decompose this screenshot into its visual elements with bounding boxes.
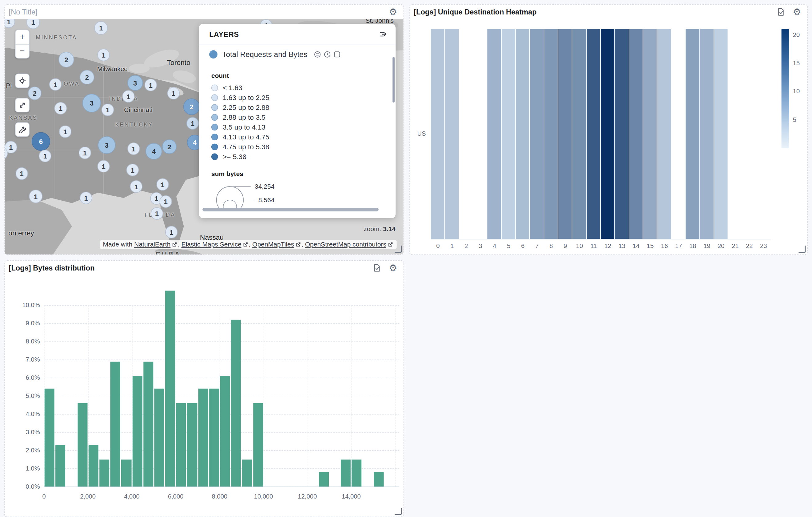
map-cluster[interactable]: 1: [151, 207, 163, 219]
histogram-bar[interactable]: [88, 445, 98, 487]
map-cluster[interactable]: 1: [130, 180, 142, 193]
histogram-bar[interactable]: [132, 376, 142, 487]
heatmap-cell[interactable]: [601, 29, 614, 239]
fit-to-data-button[interactable]: [15, 74, 30, 88]
histogram-bar[interactable]: [374, 472, 383, 487]
map-cluster[interactable]: 1: [156, 178, 169, 190]
zoom-out-button[interactable]: −: [15, 44, 30, 58]
histogram-bar[interactable]: [352, 459, 362, 487]
histogram-bar[interactable]: [154, 389, 164, 487]
attribution-link[interactable]: NaturalEarth: [134, 241, 170, 248]
heatmap-cell[interactable]: [671, 29, 685, 239]
map-cluster[interactable]: 2: [80, 70, 94, 84]
histogram-bar[interactable]: [99, 459, 109, 487]
heatmap-cell[interactable]: [700, 29, 713, 239]
heatmap-cell[interactable]: [473, 29, 487, 239]
map-cluster[interactable]: 1: [186, 117, 199, 130]
layer-aggregation-icon[interactable]: [314, 51, 321, 58]
heatmap-cell[interactable]: [459, 29, 473, 239]
histogram-bar[interactable]: [253, 403, 263, 487]
layer-checkbox-icon[interactable]: [334, 51, 341, 58]
histogram-bar[interactable]: [176, 403, 186, 487]
map-cluster[interactable]: 1: [29, 190, 42, 203]
heatmap-cell[interactable]: [657, 29, 671, 239]
expand-map-button[interactable]: [15, 98, 30, 112]
histogram-bar[interactable]: [78, 403, 87, 487]
heatmap-cell[interactable]: [431, 29, 444, 239]
map-cluster[interactable]: 1: [160, 195, 172, 208]
heatmap-cell[interactable]: [558, 29, 572, 239]
attribution-link[interactable]: OpenStreetMap contributors: [305, 241, 386, 248]
histogram-bar[interactable]: [187, 403, 197, 487]
map-cluster[interactable]: 1: [145, 79, 157, 91]
heatmap-cell[interactable]: [728, 29, 742, 239]
histogram-bar[interactable]: [242, 459, 252, 487]
save-to-library-icon[interactable]: [777, 8, 785, 16]
map-cluster[interactable]: 1: [126, 164, 139, 176]
map-cluster[interactable]: 1: [54, 102, 67, 114]
panel-resize-handle[interactable]: [395, 508, 402, 515]
attribution-link[interactable]: Elastic Maps Service: [181, 241, 241, 248]
map-cluster[interactable]: 1: [79, 146, 91, 159]
heatmap-cell[interactable]: [615, 29, 628, 239]
map-cluster[interactable]: 4: [145, 143, 162, 160]
save-to-library-icon[interactable]: [373, 264, 381, 272]
map-cluster[interactable]: 1: [59, 125, 71, 138]
heatmap-cell[interactable]: [530, 29, 544, 239]
map-cluster[interactable]: 2: [162, 139, 177, 154]
map-cluster[interactable]: 2: [28, 86, 41, 100]
map-cluster[interactable]: 1: [97, 49, 110, 61]
map-cluster[interactable]: 1: [167, 87, 180, 100]
map-cluster[interactable]: 2: [183, 99, 200, 115]
heatmap-cell[interactable]: [742, 29, 756, 239]
histogram-bar[interactable]: [110, 361, 120, 487]
map-cluster[interactable]: 3: [98, 136, 115, 154]
histogram-bar[interactable]: [45, 389, 54, 487]
histogram-bar[interactable]: [231, 320, 241, 487]
heatmap-cell[interactable]: [643, 29, 657, 239]
layer-time-icon[interactable]: [324, 51, 331, 58]
map-cluster[interactable]: 1: [97, 160, 110, 172]
map-cluster[interactable]: 1: [94, 21, 108, 35]
map-cluster[interactable]: 1: [102, 104, 114, 116]
histogram-bar[interactable]: [220, 376, 230, 487]
histogram-bar[interactable]: [319, 472, 329, 487]
heatmap-cell[interactable]: [516, 29, 529, 239]
map-cluster[interactable]: 3: [82, 94, 101, 113]
panel-resize-handle[interactable]: [395, 246, 402, 253]
histogram-bar[interactable]: [55, 445, 65, 487]
map-cluster[interactable]: 1: [122, 90, 135, 103]
heatmap-cell[interactable]: [686, 29, 699, 239]
layers-vertical-scrollbar[interactable]: [393, 57, 395, 103]
heatmap-cell[interactable]: [445, 29, 459, 239]
collapse-layers-icon[interactable]: [379, 30, 387, 38]
gear-icon[interactable]: ⚙: [389, 7, 397, 17]
histogram-bar[interactable]: [165, 291, 175, 487]
heatmap-cell[interactable]: [572, 29, 586, 239]
map-cluster[interactable]: 1: [49, 78, 61, 90]
heatmap-cell[interactable]: [756, 29, 770, 239]
map-cluster[interactable]: 6: [32, 132, 51, 151]
layers-horizontal-scrollbar[interactable]: [202, 208, 378, 211]
heatmap-cell[interactable]: [544, 29, 558, 239]
heatmap-cell[interactable]: [714, 29, 727, 239]
heatmap-cell[interactable]: [629, 29, 642, 239]
gear-icon[interactable]: ⚙: [389, 263, 397, 272]
heatmap-cell[interactable]: [488, 29, 501, 239]
histogram-bar[interactable]: [121, 459, 131, 487]
panel-resize-handle[interactable]: [799, 246, 806, 253]
layer-name[interactable]: Total Requests and Bytes: [222, 50, 307, 58]
histogram-bar[interactable]: [143, 361, 153, 487]
map-tools-button[interactable]: [15, 122, 30, 137]
map-cluster[interactable]: 3: [127, 75, 143, 91]
map-cluster[interactable]: 1: [127, 142, 140, 155]
heatmap-cell[interactable]: [502, 29, 515, 239]
map-cluster[interactable]: 1: [80, 192, 92, 204]
histogram-bar[interactable]: [341, 459, 351, 487]
map-canvas[interactable]: MINNESOTAIOWAKANSASINDIANAKENTUCKYFLORID…: [5, 19, 403, 254]
map-cluster[interactable]: 1: [16, 167, 28, 180]
gear-icon[interactable]: ⚙: [793, 7, 801, 17]
attribution-link[interactable]: OpenMapTiles: [252, 241, 294, 248]
zoom-in-button[interactable]: +: [15, 30, 30, 44]
histogram-bar[interactable]: [198, 389, 208, 487]
